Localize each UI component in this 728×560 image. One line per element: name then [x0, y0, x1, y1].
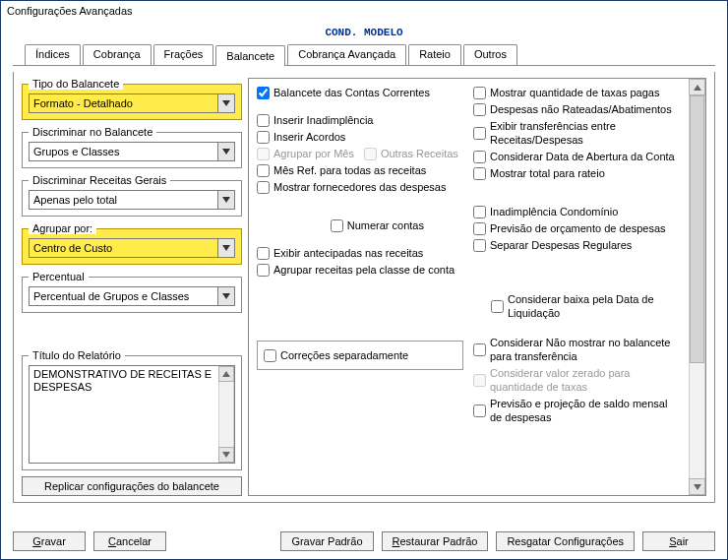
tab-balancete[interactable]: Balancete	[215, 45, 285, 66]
tab-fracoes[interactable]: Frações	[153, 44, 214, 65]
tab-outros[interactable]: Outros	[463, 44, 517, 65]
chevron-up-icon	[689, 79, 705, 95]
combo-tipo-balancete[interactable]: Formato - Detalhado	[29, 93, 235, 113]
sair-button[interactable]: Sair	[642, 531, 715, 551]
left-column: Tipo do Balancete Formato - Detalhado Di…	[22, 78, 242, 496]
combo-receitas-gerais[interactable]: Apenas pelo total	[29, 190, 235, 210]
combo-discriminar[interactable]: Grupos e Classes	[29, 142, 235, 161]
check-considerar-abertura[interactable]: Considerar Data de Abertura da Conta	[473, 149, 680, 164]
chevron-down-icon	[689, 478, 705, 495]
check-balancete-cc[interactable]: Balancete das Contas Correntes	[257, 85, 463, 100]
check-mostrar-total-rateio[interactable]: Mostrar total para rateio	[473, 165, 680, 181]
combo-receitas-gerais-value: Apenas pelo total	[33, 194, 117, 206]
tab-rateio[interactable]: Rateio	[408, 44, 461, 65]
group-tipo-balancete: Tipo do Balancete Formato - Detalhado	[22, 78, 242, 120]
check-mostrar-qtd-taxas[interactable]: Mostrar quantidade de taxas pagas	[473, 85, 680, 100]
chevron-down-icon	[217, 143, 234, 160]
tab-strip: Índices Cobrança Frações Balancete Cobra…	[13, 44, 715, 66]
textarea-titulo[interactable]: DEMONSTRATIVO DE RECEITAS E DESPESAS	[29, 365, 235, 464]
tab-pane-balancete: Tipo do Balancete Formato - Detalhado Di…	[13, 72, 715, 503]
legend-discriminar: Discriminar no Balancete	[29, 126, 156, 138]
chevron-down-icon	[217, 94, 234, 112]
chevron-up-icon	[218, 366, 234, 382]
combo-agrupar-value: Centro de Custo	[33, 242, 112, 254]
replicar-button[interactable]: Replicar configurações do balancete	[22, 476, 242, 496]
group-correcoes: Correções separadamente	[257, 341, 463, 370]
tab-indices[interactable]: Índices	[25, 44, 81, 65]
check-considerar-zero: Considerar valor zerado para quantidade …	[473, 365, 680, 395]
group-titulo: Título do Relatório DEMONSTRATIVO DE REC…	[22, 349, 242, 470]
check-agrupar-mes: Agrupar por Mês	[257, 146, 354, 161]
group-percentual: Percentual Percentual de Grupos e Classe…	[22, 271, 242, 313]
subtitle: COND. MODELO	[1, 23, 727, 44]
tab-cobranca[interactable]: Cobrança	[83, 44, 152, 65]
check-agrupar-classe[interactable]: Agrupar receitas pela classe de conta	[257, 262, 463, 278]
combo-percentual-value: Percentual de Grupos e Classes	[33, 290, 189, 302]
scrollbar-thumb[interactable]	[690, 95, 704, 363]
check-considerar-nao-mostrar[interactable]: Considerar Não mostrar no balancete para…	[473, 335, 680, 364]
check-considerar-baixa[interactable]: Considerar baixa pela Data de Liquidação	[491, 291, 680, 321]
check-exibir-antecip[interactable]: Exibir antecipadas nas receitas	[257, 245, 463, 261]
footer-buttons: Gravar Cancelar Gravar Padrão Restaurar …	[13, 531, 715, 551]
check-mes-ref[interactable]: Mês Ref. para todas as receitas	[257, 162, 463, 178]
gravar-padrao-button[interactable]: Gravar Padrão	[280, 531, 373, 551]
check-desp-nao-rat[interactable]: Despesas não Rateadas/Abatimentos	[473, 101, 680, 117]
check-previsao-proj[interactable]: Previsão e projeção de saldo mensal de d…	[473, 396, 680, 425]
chevron-down-icon	[217, 287, 234, 305]
group-receitas-gerais: Discriminar Receitas Gerais Apenas pelo …	[22, 174, 242, 217]
cancelar-button[interactable]: Cancelar	[93, 531, 166, 551]
combo-agrupar[interactable]: Centro de Custo	[29, 238, 235, 258]
combo-discriminar-value: Grupos e Classes	[33, 146, 119, 157]
check-inserir-acordos[interactable]: Inserir Acordos	[257, 129, 463, 145]
check-separar-desp[interactable]: Separar Despesas Regulares	[473, 237, 680, 253]
check-correcoes-sep[interactable]: Correções separadamente	[264, 347, 456, 363]
legend-percentual: Percentual	[29, 271, 89, 282]
textarea-scrollbar[interactable]	[218, 366, 234, 463]
check-exibir-transf[interactable]: Exibir transferências entre Receitas/Des…	[473, 118, 680, 148]
chevron-down-icon	[217, 239, 234, 257]
resgatar-button[interactable]: Resgatar Configurações	[496, 531, 635, 551]
group-discriminar: Discriminar no Balancete Grupos e Classe…	[22, 126, 242, 168]
tab-cobranca-avancada[interactable]: Cobrança Avançada	[287, 44, 406, 65]
check-inad-condominio[interactable]: Inadimplência Condomínio	[473, 204, 680, 219]
window-title: Configurações Avançadas	[1, 1, 727, 23]
check-previsao-orc[interactable]: Previsão de orçamento de despesas	[473, 220, 680, 236]
window: Configurações Avançadas COND. MODELO Índ…	[0, 0, 728, 560]
right-panel: Balancete das Contas Correntes Inserir I…	[248, 78, 706, 496]
check-numerar[interactable]: Numerar contas	[257, 218, 463, 233]
restaurar-padrao-button[interactable]: Restaurar Padrão	[382, 531, 489, 551]
group-agrupar: Agrupar por: Centro de Custo	[22, 222, 242, 265]
combo-percentual[interactable]: Percentual de Grupos e Classes	[29, 286, 235, 306]
check-mostrar-forn[interactable]: Mostrar fornecedores das despesas	[257, 179, 463, 195]
legend-titulo: Título do Relatório	[29, 349, 125, 361]
check-inserir-inad[interactable]: Inserir Inadimplência	[257, 112, 463, 128]
legend-agrupar: Agrupar por:	[29, 222, 96, 234]
chevron-down-icon	[217, 191, 234, 209]
check-outras-receitas: Outras Receitas	[364, 146, 458, 161]
combo-tipo-balancete-value: Formato - Detalhado	[33, 97, 133, 109]
panel-scrollbar[interactable]	[689, 79, 705, 495]
legend-receitas-gerais: Discriminar Receitas Gerais	[29, 174, 170, 186]
chevron-down-icon	[218, 447, 234, 463]
legend-tipo-balancete: Tipo do Balancete	[29, 78, 123, 90]
gravar-button[interactable]: Gravar	[13, 531, 86, 551]
